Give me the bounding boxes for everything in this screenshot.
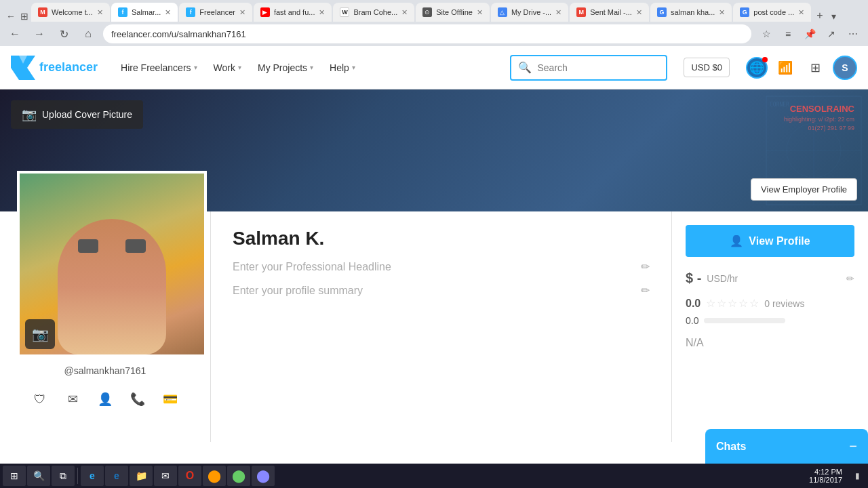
app1-button[interactable]: ⬤ [203,466,226,486]
reload-button[interactable]: ↻ [54,24,73,43]
tab-sent-title: Sent Mail -... [590,8,632,16]
reviews-count: 0 reviews [764,298,804,309]
tab-google1[interactable]: G salman kha... ✕ [650,3,732,22]
logo[interactable]: freelancer [11,56,98,80]
start-button[interactable]: ⊞ [3,466,26,486]
tab-google2[interactable]: G post code ... ✕ [733,3,811,22]
tab-youtube-title: fast and fu... [274,8,315,16]
profile-section: 📷 @salmankhan7161 🛡 ✉ 👤 📞 💳 Salman K. En… [0,211,868,442]
more-icon[interactable]: ⋯ [844,24,863,43]
notification-dot [762,57,768,62]
tab-wiki-close[interactable]: ✕ [401,8,408,17]
tab-site[interactable]: ⊙ Site Offline ✕ [416,3,490,22]
tab-youtube-close[interactable]: ✕ [319,8,325,17]
nav-links: Hire Freelancers ▾ Work ▾ My Projects ▾ … [114,57,362,79]
phone-icon[interactable]: 📞 [125,387,150,411]
view-profile-button[interactable]: 👤 View Profile [686,225,854,257]
view-employer-button[interactable]: View Employer Profile [751,178,857,201]
tab-site-close[interactable]: ✕ [477,8,483,17]
help-link[interactable]: Help ▾ [323,57,362,79]
profile-sidebar: 👤 View Profile $ - USD/hr ✏ 0.0 ☆ ☆ ☆ ☆ … [671,211,868,442]
gmail-favicon: M [38,7,47,17]
tab-sent[interactable]: M Sent Mail -... ✕ [570,3,649,22]
edge-button[interactable]: e [81,466,104,486]
opera-button[interactable]: O [178,466,201,486]
tab-freelancer[interactable]: f Freelancer ✕ [179,3,252,22]
tab-wiki-title: Bram Cohe... [353,8,397,16]
task-view-button[interactable]: ⧉ [52,466,75,486]
pin-icon[interactable]: 📌 [800,24,819,43]
summary-edit-icon[interactable]: ✏ [641,284,650,297]
forward-button[interactable]: → [30,24,49,43]
reader-icon[interactable]: ≡ [778,24,797,43]
navbar: freelancer Hire Freelancers ▾ Work ▾ My … [0,46,868,89]
view-employer-label: View Employer Profile [761,184,847,195]
tab-salman[interactable]: f Salmar... ✕ [111,3,178,22]
taskbar-search-icon: 🔍 [33,470,45,482]
tab-freelancer-close[interactable]: ✕ [239,8,245,17]
search-button[interactable]: 🔍 [27,466,50,486]
mail-button[interactable]: ✉ [154,466,177,486]
view-profile-label: View Profile [749,235,810,247]
app3-icon: ⬤ [257,470,269,482]
freelancer-site: freelancer Hire Freelancers ▾ Work ▾ My … [0,46,868,464]
tab-more-btn[interactable]: ▾ [831,11,836,22]
chats-minimize-icon[interactable]: − [849,439,857,454]
tab-sent-close[interactable]: ✕ [636,8,642,17]
windows-icon: ⊞ [8,470,20,482]
back-btn[interactable]: ← [5,11,16,22]
completion-bar [704,318,785,323]
browser-controls[interactable]: ← ⊞ [5,11,30,22]
tab-drive-close[interactable]: ✕ [555,8,561,17]
tab-salman-close[interactable]: ✕ [165,8,171,17]
app2-button[interactable]: ⬤ [227,466,250,486]
rate-edit-icon[interactable]: ✏ [846,273,854,284]
shield-icon[interactable]: 🛡 [28,387,52,411]
email-icon[interactable]: ✉ [60,387,85,411]
site-favicon: ⊙ [422,7,432,17]
upload-cover-button[interactable]: 📷 Upload Cover Picture [11,100,143,129]
search-bar[interactable]: 🔍 [510,55,667,81]
tab-youtube[interactable]: ▶ fast and fu... ✕ [254,3,332,22]
ie-button[interactable]: e [105,466,128,486]
tab-drive[interactable]: △ My Drive -... ✕ [491,3,568,22]
na-label: N/A [686,337,854,349]
completion-score: 0.0 [686,315,698,326]
my-projects-link[interactable]: My Projects ▾ [251,57,320,79]
back-button[interactable]: ← [5,24,24,43]
forward-btn[interactable]: ⊞ [19,11,30,22]
search-input[interactable] [537,62,659,73]
tab-wiki[interactable]: W Bram Cohe... ✕ [333,3,414,22]
folder-icon: 📁 [135,470,147,482]
chats-widget[interactable]: Chats − [705,429,868,464]
user-icon[interactable]: 👤 [93,387,117,411]
hire-freelancers-link[interactable]: Hire Freelancers ▾ [114,57,203,79]
home-button[interactable]: ⌂ [79,24,98,43]
new-tab-btn[interactable]: + [812,9,827,22]
currency-button[interactable]: USD $0 [684,58,730,77]
tab-google2-close[interactable]: ✕ [798,8,804,17]
google2-favicon: G [740,7,749,17]
signal-button[interactable]: 📶 [773,56,797,80]
change-avatar-button[interactable]: 📷 [25,319,55,349]
ie-icon: e [111,470,123,482]
card-icon[interactable]: 💳 [158,387,182,411]
share-icon[interactable]: ↗ [822,24,841,43]
username-label: @salmankhan7161 [64,365,146,376]
bookmark-icon[interactable]: ☆ [757,24,776,43]
toolbar-icons: ☆ ≡ 📌 ↗ ⋯ [757,24,863,43]
tab-gmail[interactable]: M Welcome t... ✕ [31,3,110,22]
address-input[interactable] [103,24,751,43]
globe-button[interactable]: 🌐 [746,57,768,79]
user-avatar[interactable]: S [833,56,857,80]
tab-google1-close[interactable]: ✕ [719,8,725,17]
profile-name: Salman K. [233,228,650,249]
tab-gmail-close[interactable]: ✕ [97,8,103,17]
grid-button[interactable]: ⊞ [803,56,827,80]
app3-button[interactable]: ⬤ [252,466,275,486]
show-desktop-button[interactable]: ▮ [849,468,865,484]
profile-main: Salman K. Enter your Professional Headli… [210,211,671,442]
headline-edit-icon[interactable]: ✏ [641,260,650,273]
work-link[interactable]: Work ▾ [207,57,248,79]
file-explorer-button[interactable]: 📁 [130,466,153,486]
